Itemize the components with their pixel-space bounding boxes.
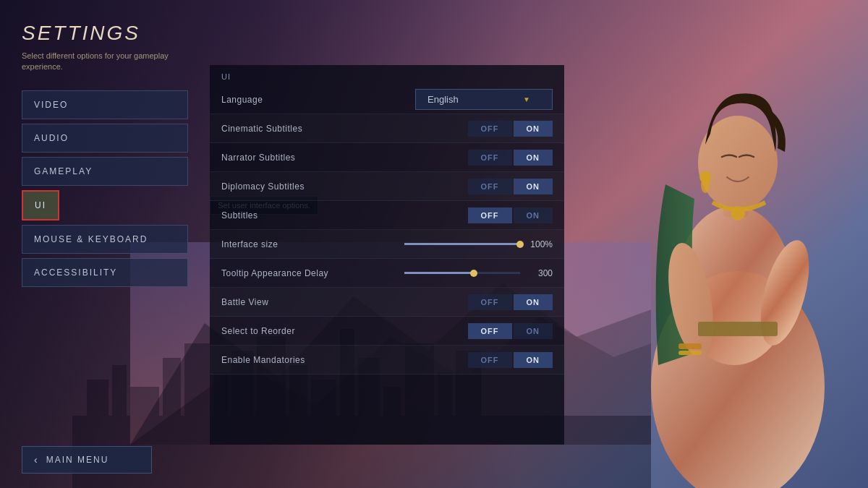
tooltip-delay-row: Tooltip Appearance Delay 300 [210,259,564,288]
chevron-left-icon: ‹ [34,454,39,466]
select-reorder-row: Select to Reorder OFF ON [210,317,564,346]
select-reorder-label: Select to Reorder [221,326,468,336]
diplomacy-subtitles-on[interactable]: ON [514,179,553,194]
sidebar-item-video[interactable]: Video [22,90,188,119]
language-row: Language English ▼ [210,85,564,114]
settings-panel: UI Language English ▼ Cinematic Subtitle… [210,65,564,445]
sidebar-item-accessibility[interactable]: Accessibility [22,258,188,287]
page-subtitle: Select different options for your gamepl… [22,51,188,73]
interface-size-row: Interface size 100% [210,230,564,259]
main-content: Settings Select different options for yo… [0,0,868,488]
sidebar-item-mouse-keyboard[interactable]: Mouse & Keyboard [22,225,188,254]
battle-view-control: OFF ON [468,294,553,310]
settings-rows: Language English ▼ Cinematic Subtitles O… [210,85,564,374]
bottom-nav: ‹ Main Menu [22,446,152,474]
tooltip-delay-track[interactable] [404,272,520,274]
battle-view-row: Battle View OFF ON [210,288,564,317]
sidebar-item-ui[interactable]: UI [22,190,59,221]
subtitles-on[interactable]: ON [514,207,553,223]
cinematic-subtitles-row: Cinematic Subtitles OFF ON [210,114,564,143]
interface-size-thumb[interactable] [516,241,524,248]
select-reorder-off[interactable]: OFF [468,323,512,339]
enable-mandatories-on[interactable]: ON [514,352,553,368]
diplomacy-subtitles-row: Diplomacy Subtitles OFF ON [210,172,564,201]
interface-size-label: Interface size [221,239,404,249]
interface-size-control: 100% [404,239,553,249]
enable-mandatories-control: OFF ON [468,352,553,368]
diplomacy-subtitles-control: OFF ON [468,179,553,194]
dropdown-arrow-icon: ▼ [523,95,530,103]
cinematic-subtitles-off[interactable]: OFF [468,121,512,137]
interface-size-track[interactable] [404,243,520,245]
sidebar: Settings Select different options for yo… [22,22,188,287]
subtitles-control: OFF ON [468,207,553,223]
cinematic-subtitles-control: OFF ON [468,121,553,137]
language-control: English ▼ [415,89,553,110]
subtitles-row: Subtitles OFF ON [210,201,564,230]
enable-mandatories-row: Enable Mandatories OFF ON [210,346,564,374]
language-dropdown[interactable]: English ▼ [415,89,553,110]
nav-buttons: Video Audio Gameplay UI Set user interfa… [22,90,188,287]
language-label: Language [221,95,415,105]
page-title: Settings [22,22,188,45]
main-menu-button[interactable]: ‹ Main Menu [22,446,152,474]
panel-section-title: UI [210,65,564,85]
cinematic-subtitles-on[interactable]: ON [514,121,553,137]
diplomacy-subtitles-off[interactable]: OFF [468,179,512,194]
tooltip-delay-label: Tooltip Appearance Delay [221,268,404,278]
narrator-subtitles-off[interactable]: OFF [468,150,512,166]
select-reorder-on[interactable]: ON [514,323,553,339]
sidebar-item-gameplay[interactable]: Gameplay [22,157,188,186]
tooltip-delay-thumb[interactable] [470,270,477,277]
cinematic-subtitles-label: Cinematic Subtitles [221,124,468,134]
enable-mandatories-label: Enable Mandatories [221,355,468,365]
sidebar-item-audio[interactable]: Audio [22,124,188,153]
subtitles-label: Subtitles [221,210,468,221]
battle-view-off[interactable]: OFF [468,294,512,310]
interface-size-value: 100% [527,239,553,249]
select-reorder-control: OFF ON [468,323,553,339]
battle-view-on[interactable]: ON [514,294,553,310]
narrator-subtitles-on[interactable]: ON [514,150,553,166]
tooltip-delay-value: 300 [527,268,553,278]
enable-mandatories-off[interactable]: OFF [468,352,512,368]
tooltip-delay-control: 300 [404,268,553,278]
narrator-subtitles-row: Narrator Subtitles OFF ON [210,143,564,172]
interface-size-fill [404,243,520,245]
diplomacy-subtitles-label: Diplomacy Subtitles [221,181,468,192]
tooltip-delay-fill [404,272,474,274]
battle-view-label: Battle View [221,297,468,307]
subtitles-off[interactable]: OFF [468,207,512,223]
narrator-subtitles-label: Narrator Subtitles [221,153,468,163]
narrator-subtitles-control: OFF ON [468,150,553,166]
